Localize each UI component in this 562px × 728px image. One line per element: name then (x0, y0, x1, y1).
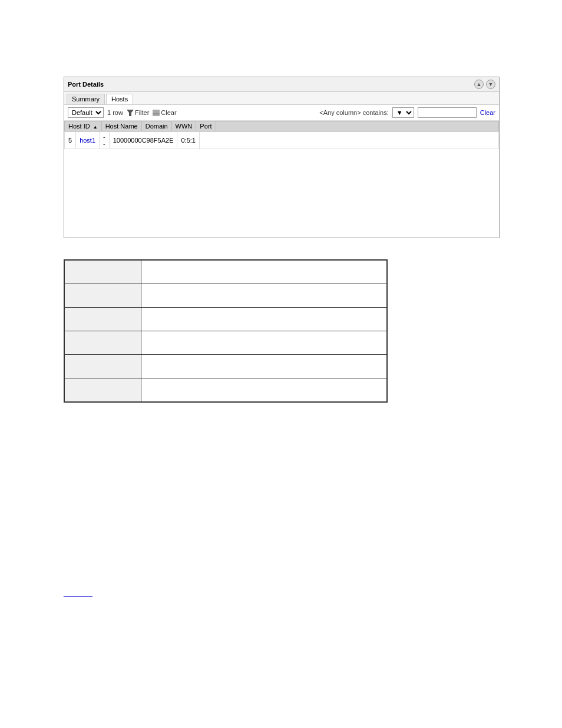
lower-label-cell-4 (65, 355, 141, 378)
lower-value-cell-2 (141, 308, 387, 331)
col-header-host-name[interactable]: Host Name (101, 121, 141, 131)
tabs-bar: Summary Hosts (64, 92, 499, 105)
panel-icons: ▲ ▼ (474, 80, 495, 89)
col-header-domain[interactable]: Domain (141, 121, 171, 131)
port-details-panel: Port Details ▲ ▼ Summary Hosts Default 1… (64, 77, 500, 238)
filter-button[interactable]: Filter (127, 109, 149, 116)
lower-value-cell-5 (141, 378, 387, 402)
collapse-icon: ▲ (477, 81, 482, 87)
svg-marker-0 (127, 110, 134, 116)
panel-title: Port Details (68, 81, 104, 88)
col-header-port[interactable]: Port (196, 121, 216, 131)
filter-search-input[interactable] (418, 107, 477, 118)
collapse-icon-btn[interactable]: ▲ (474, 80, 484, 89)
lower-table-row (65, 308, 387, 331)
toolbar: Default 1 row Filter Clear <Any column> … (64, 105, 499, 121)
clear-filter-button[interactable]: Clear (153, 109, 176, 116)
view-select[interactable]: Default (68, 107, 104, 118)
lower-label-cell-5 (65, 378, 141, 402)
clear-search-button[interactable]: Clear (480, 109, 495, 116)
eraser-icon (153, 110, 160, 116)
lower-label-cell-3 (65, 331, 141, 355)
lower-label-cell-1 (65, 284, 141, 308)
column-filter-select[interactable]: ▼ (392, 107, 414, 118)
lower-table-row (65, 331, 387, 355)
hosts-data-table: 5 host1 -- 10000000C98F5A2E 0:5:1 (64, 131, 499, 149)
lower-value-cell-3 (141, 331, 387, 355)
lower-label-cell-2 (65, 308, 141, 331)
col-header-wwn[interactable]: WWN (171, 121, 196, 131)
col-header-host-id[interactable]: Host ID ▲ (65, 121, 102, 131)
lower-table-row (65, 355, 387, 378)
expand-icon-btn[interactable]: ▼ (486, 80, 495, 89)
lower-table-container (64, 259, 388, 403)
cell-host-id: 5 (65, 132, 76, 149)
table-container: Host ID ▲ Host Name Domain WWN Port (64, 121, 499, 238)
sort-arrow-host-id: ▲ (93, 124, 98, 130)
any-column-label: <Any column> contains: (319, 109, 388, 116)
lower-value-cell-0 (141, 261, 387, 284)
lower-label-cell-0 (65, 261, 141, 284)
expand-icon: ▼ (488, 81, 494, 87)
cell-host-name: host1 (76, 132, 100, 149)
lower-value-cell-4 (141, 355, 387, 378)
cell-port: 0:5:1 (177, 132, 199, 149)
row-count-label: 1 row (107, 109, 123, 116)
lower-table-row (65, 261, 387, 284)
panel-titlebar: Port Details ▲ ▼ (64, 77, 499, 92)
lower-table (64, 260, 387, 402)
lower-value-cell-1 (141, 284, 387, 308)
lower-table-row (65, 284, 387, 308)
lower-table-row (65, 378, 387, 402)
cell-wwn: 10000000C98F5A2E (109, 132, 177, 149)
table-header-row: Host ID ▲ Host Name Domain WWN Port (65, 121, 499, 131)
hosts-table: Host ID ▲ Host Name Domain WWN Port (64, 121, 499, 131)
cell-domain: -- (100, 132, 110, 149)
bottom-link[interactable]: ________ (64, 589, 92, 597)
filter-icon (127, 110, 134, 116)
svg-rect-1 (153, 110, 160, 116)
tab-summary[interactable]: Summary (67, 94, 105, 104)
tab-hosts[interactable]: Hosts (106, 94, 133, 104)
table-row: 5 host1 -- 10000000C98F5A2E 0:5:1 (65, 132, 499, 149)
col-header-extra (216, 121, 499, 131)
cell-extra (199, 132, 498, 149)
table-body-area: 5 host1 -- 10000000C98F5A2E 0:5:1 (64, 131, 499, 238)
host-name-link[interactable]: host1 (80, 137, 95, 144)
